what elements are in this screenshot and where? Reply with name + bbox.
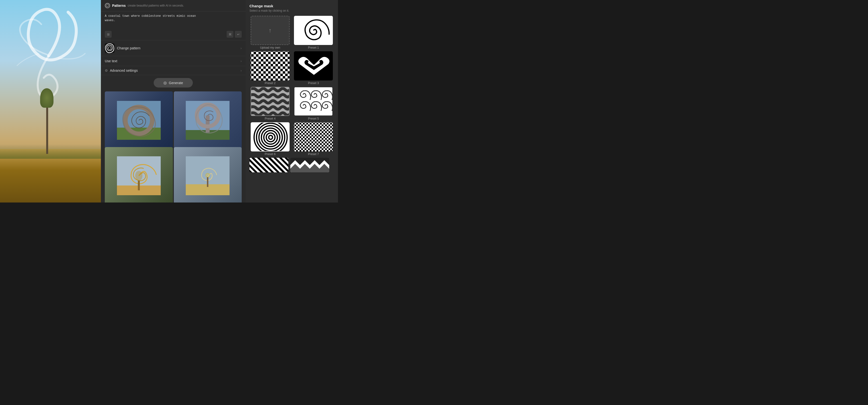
bottom-mask-strip (249, 158, 334, 173)
preset-7-label: Preset 7 (308, 152, 319, 156)
use-text-label: Use text (105, 59, 117, 63)
expand-btn[interactable]: ↵ (235, 31, 242, 38)
sliders-icon: ⚙ (105, 68, 108, 72)
change-mask-title: Change mask (249, 4, 334, 8)
preset-3-label: Preset 3 (308, 82, 319, 85)
preset-6-thumb[interactable] (251, 122, 289, 151)
advanced-settings-row[interactable]: ⚙ Advanced settings › (101, 66, 246, 75)
patterns-header: Patterns create beautiful patterns with … (101, 0, 246, 11)
preset-5-multispiral-svg (294, 87, 333, 116)
spiral-art-1 (117, 101, 161, 140)
prompt-icons-right: ⌘ ↵ (227, 31, 242, 38)
use-text-chevron: › (241, 59, 242, 63)
preset-5-thumb[interactable] (294, 87, 333, 116)
preset-2-label: Preset 2 (265, 82, 276, 85)
pattern-preview-thumbnail (105, 43, 115, 53)
svg-point-14 (206, 173, 210, 177)
image-grid (101, 90, 246, 202)
preset-4-waves-svg (251, 87, 289, 116)
right-panel: Change mask Select a mask by clicking on… (246, 0, 338, 202)
use-text-row-left: Use text (105, 59, 117, 63)
preset-4-thumb[interactable] (251, 87, 289, 116)
grid-img-bg-4 (174, 147, 242, 203)
svg-point-10 (135, 171, 143, 181)
bottom-mask-2[interactable] (290, 158, 329, 173)
preset-1-label: Preset 1 (308, 46, 319, 49)
preset-2-item[interactable]: Preset 2 (249, 51, 291, 85)
preset-6-label: Preset 6 (265, 152, 276, 156)
tree-trunk (46, 105, 48, 154)
patterns-panel: Patterns create beautiful patterns with … (101, 0, 246, 202)
patterns-subtitle: create beautiful patterns with AI in sec… (128, 4, 184, 7)
bottom-mask-1[interactable] (249, 158, 288, 173)
spiral-art-4 (186, 156, 229, 195)
upload-arrow-icon: ↑ (269, 27, 272, 34)
change-mask-subtitle: Select a mask by clicking on it. (249, 9, 334, 12)
preset-6-concentric-svg (251, 123, 289, 151)
grid-image-1[interactable] (105, 91, 173, 149)
grid-img-bg-2 (174, 91, 242, 149)
change-pattern-row-left: Change pattern (105, 43, 141, 53)
grid-image-3[interactable] (105, 147, 173, 203)
copy-icon-btn[interactable]: ⊞ (105, 31, 112, 38)
svg-rect-11 (138, 181, 140, 190)
grid-image-4[interactable] (174, 147, 242, 203)
patterns-title: Patterns (112, 4, 126, 7)
upload-mask-label: Upload my own (260, 46, 280, 49)
preset-4-label: Preset 4 (265, 117, 276, 120)
generate-btn-wrap: ◎ Generate (101, 75, 246, 90)
preset-3-heart-svg (294, 52, 333, 81)
preset-3-thumb[interactable] (294, 51, 333, 81)
generate-icon: ◎ (163, 81, 167, 85)
use-text-row[interactable]: Use text › (101, 56, 246, 66)
svg-rect-6 (206, 116, 210, 132)
change-pattern-label: Change pattern (117, 46, 141, 50)
preset-1-item[interactable]: Preset 1 (293, 16, 334, 49)
prompt-toolbar: ⊞ ⌘ ↵ (105, 31, 242, 38)
grid-img-bg-3 (105, 147, 173, 203)
preset-4-item[interactable]: Preset 4 (249, 87, 291, 120)
grid-image-2[interactable] (174, 91, 242, 149)
keyboard-shortcut-btn[interactable]: ⌘ (227, 31, 234, 38)
preset-2-thumb[interactable] (251, 51, 289, 81)
mask-grid: ↑ Upload my own Preset 1 Preset 2 (249, 16, 334, 156)
preset-5-item[interactable]: Preset 5 (293, 87, 334, 120)
upload-mask-item[interactable]: ↑ Upload my own (249, 16, 291, 49)
advanced-settings-chevron: › (241, 68, 242, 72)
preset-5-label: Preset 5 (308, 117, 319, 120)
grass-layer (0, 144, 101, 159)
tree-top (40, 88, 54, 108)
advanced-settings-left: ⚙ Advanced settings (105, 68, 137, 72)
preset-3-item[interactable]: Preset 3 (293, 51, 334, 85)
advanced-settings-label: Advanced settings (110, 68, 137, 72)
grid-img-bg-1 (105, 91, 173, 149)
spiral-art-3 (117, 156, 161, 195)
svg-rect-15 (207, 177, 208, 187)
bottom-mask-2-svg (290, 158, 329, 173)
change-pattern-row[interactable]: Change pattern › (101, 40, 246, 56)
preset-1-thumb[interactable] (294, 16, 333, 45)
preset-7-thumb[interactable] (294, 122, 333, 151)
main-artwork-area (0, 0, 101, 202)
change-pattern-chevron: › (241, 46, 242, 50)
upload-mask-thumb[interactable]: ↑ (251, 16, 289, 45)
preset-1-spiral-svg (294, 16, 332, 45)
generate-button[interactable]: ◎ Generate (154, 78, 192, 88)
generate-label: Generate (169, 81, 183, 85)
patterns-logo-icon (105, 3, 110, 8)
preset-7-item[interactable]: Preset 7 (293, 122, 334, 156)
prompt-section: A coastal town where cobblestone streets… (101, 11, 246, 40)
preset-6-item[interactable]: Preset 6 (249, 122, 291, 156)
prompt-textarea[interactable]: A coastal town where cobblestone streets… (105, 14, 242, 28)
spiral-art-2 (186, 101, 229, 140)
